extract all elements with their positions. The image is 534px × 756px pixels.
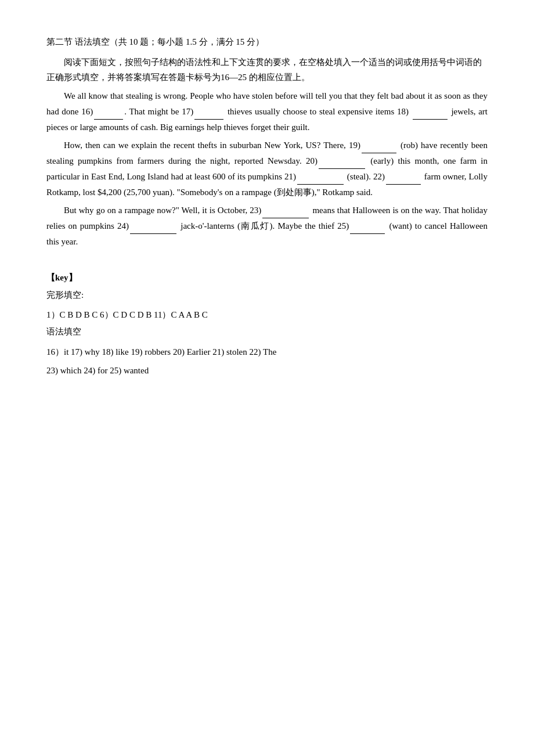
blank-24 (130, 225, 176, 234)
wanxing-label: 完形填空: (46, 288, 488, 303)
blank-17 (194, 111, 223, 120)
blank-19 (362, 145, 396, 153)
yufa-row2: 23) which 24) for 25) wanted (46, 362, 488, 379)
paragraph-3: But why go on a rampage now?" Well, it i… (46, 203, 488, 250)
key-title: 【key】 (46, 271, 488, 286)
answer-key-section: 【key】 完形填空: 1）C B D B C 6）C D C D B 11）C… (46, 271, 488, 379)
reading-passage: We all know that stealing is wrong. Peop… (46, 88, 488, 250)
yufa-label: 语法填空 (46, 325, 488, 340)
blank-25 (350, 225, 385, 234)
wanxing-row1: 1）C B D B C 6）C D C D B 11）C A A B C (46, 306, 488, 323)
section-title: 第二节 语法填空（共 10 题；每小题 1.5 分，满分 15 分） (46, 35, 488, 50)
yufa-row1: 16）it 17) why 18) like 19) robbers 20) E… (46, 343, 488, 361)
paragraph-1: We all know that stealing is wrong. Peop… (46, 88, 488, 135)
section-instruction: 阅读下面短文，按照句子结构的语法性和上下文连贯的要求，在空格处填入一个适当的词或… (46, 55, 488, 85)
blank-23 (262, 210, 309, 218)
blank-21 (297, 176, 344, 185)
blank-16 (94, 111, 123, 120)
blank-22 (386, 176, 421, 185)
paragraph-2: How, then can we explain the recent thef… (46, 138, 488, 200)
blank-18 (413, 111, 448, 120)
blank-20 (319, 160, 365, 169)
